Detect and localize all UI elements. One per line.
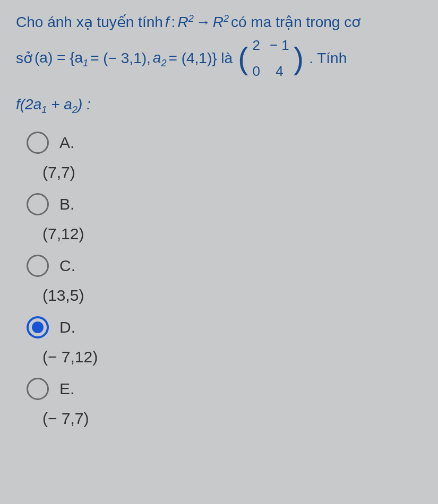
arrow: → [196, 11, 211, 34]
text-part: Cho ánh xạ tuyến tính [16, 11, 163, 34]
option-D[interactable]: D. [27, 316, 422, 338]
option-B[interactable]: B. [27, 193, 422, 215]
radio-button[interactable] [27, 255, 49, 277]
text-part: . Tính [309, 47, 347, 71]
matrix: ( 2 − 1 0 4 ) [238, 34, 304, 83]
basis-def: (a) = {a1 [35, 46, 88, 71]
text-part: có ma trận trong cơ [231, 11, 360, 34]
option-value: (13,5) [42, 286, 422, 305]
radio-button[interactable] [27, 316, 49, 338]
option-value: (7,7) [42, 163, 422, 181]
f-symbol: f [165, 11, 169, 34]
option-value: (− 7,7) [42, 410, 422, 428]
option-letter: C. [59, 257, 75, 275]
option-A[interactable]: A. [27, 132, 422, 154]
option-letter: B. [59, 195, 74, 213]
option-value: (− 7,12) [42, 348, 422, 366]
options-list: A.(7,7)B.(7,12)C.(13,5)D.(− 7,12)E.(− 7,… [16, 132, 422, 428]
codomain-space: R2 [213, 11, 229, 34]
radio-button[interactable] [27, 378, 49, 400]
option-letter: A. [59, 134, 74, 152]
option-C[interactable]: C. [27, 255, 422, 277]
option-E[interactable]: E. [27, 378, 422, 400]
text-part: = (− 3,1), [90, 47, 151, 71]
compute-expression: f(2a1 + a2) : [16, 96, 422, 116]
text-part: = (4,1)} là [169, 47, 233, 71]
domain-space: R2 [177, 11, 193, 34]
option-letter: E. [59, 380, 74, 398]
radio-button[interactable] [27, 132, 49, 154]
question-prompt: Cho ánh xạ tuyến tính f : R2 → R2 có ma … [16, 11, 422, 83]
option-letter: D. [59, 318, 75, 336]
option-value: (7,12) [42, 225, 422, 243]
colon: : [171, 11, 176, 34]
a2-symbol: a2 [153, 46, 167, 71]
radio-button[interactable] [27, 193, 49, 215]
text-part: sở [16, 47, 32, 71]
